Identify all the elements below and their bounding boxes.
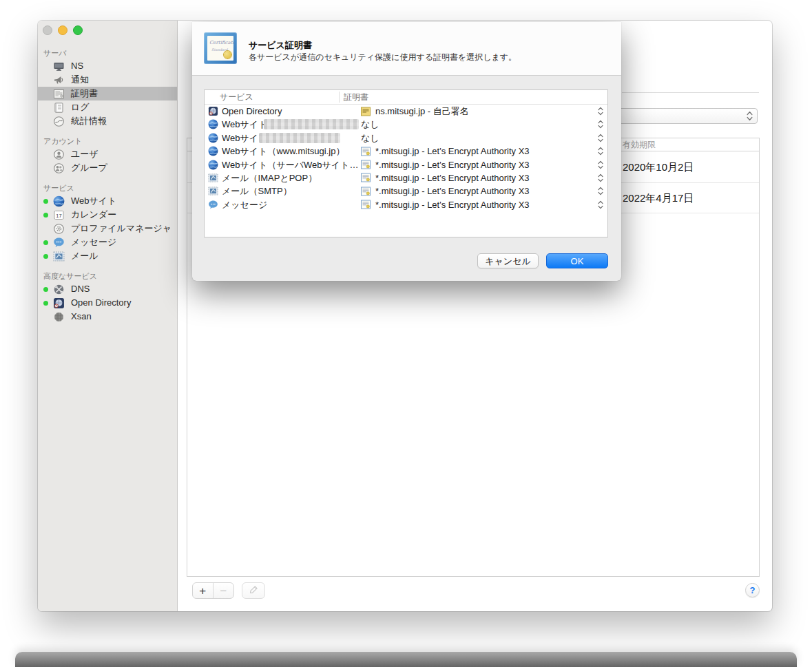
table-row[interactable]: Open Directory ns.mitsugi.jp - 自己署名	[205, 105, 607, 118]
sidebar-item-websites[interactable]: Webサイト	[38, 194, 177, 208]
status-dot	[43, 213, 48, 218]
service-certificates-sheet: Certificate Standard サービス証明書 各サービスが通信のセキ…	[192, 22, 621, 281]
service-name: メッセージ	[222, 198, 267, 211]
certificate-name: *.mitsugi.jp - Let's Encrypt Authority X…	[375, 145, 530, 158]
service-certificate-table-header: サービス 証明書	[205, 90, 607, 105]
sidebar-item-mail[interactable]: メール	[38, 249, 177, 263]
table-row[interactable]: メール（IMAPとPOP） *.mitsugi.jp - Let's Encry…	[205, 171, 607, 184]
sidebar-item-profile-manager[interactable]: プロファイルマネージャ	[38, 222, 177, 235]
chevron-up-down-icon[interactable]	[598, 160, 603, 169]
globe-icon	[208, 146, 218, 156]
chevron-up-down-icon[interactable]	[598, 147, 603, 156]
seal-icon	[224, 51, 231, 59]
calendar-icon: 17	[53, 209, 65, 221]
sidebar-item-groups[interactable]: グループ	[38, 161, 177, 175]
sidebar-section-advanced: 高度なサービス DNS Open Directory Xsan	[38, 270, 177, 324]
sidebar-item-open-directory[interactable]: Open Directory	[38, 296, 177, 310]
sidebar-item-alerts[interactable]: 通知	[38, 73, 177, 87]
user-icon	[53, 149, 65, 160]
sidebar-item-ns[interactable]: NS	[38, 59, 177, 73]
sidebar-item-logs[interactable]: ログ	[38, 100, 177, 114]
sidebar-item-calendar[interactable]: 17 カレンダー	[38, 208, 177, 222]
certificate-badge-icon: Certificate Standard	[204, 32, 237, 64]
log-icon	[53, 102, 65, 114]
sidebar-item-label: 証明書	[71, 88, 98, 98]
help-button[interactable]: ?	[745, 583, 760, 597]
redacted-text	[264, 119, 359, 129]
cancel-button[interactable]: キャンセル	[477, 253, 539, 268]
certificate-expiry: 2020年10月2日	[623, 151, 694, 183]
sidebar-item-label: メッセージ	[71, 237, 116, 247]
svg-text:17: 17	[56, 213, 61, 219]
sidebar-item-certificates[interactable]: 証明書	[38, 87, 177, 100]
table-row[interactable]: Webサイト なし	[205, 131, 607, 145]
sidebar-item-dns[interactable]: DNS	[38, 282, 177, 296]
sidebar-section-services: サービス Webサイト 17 カレンダー プロファイルマネージャ メッセージ	[38, 182, 177, 263]
chevron-up-down-icon[interactable]	[598, 200, 603, 209]
service-column-header[interactable]: サービス	[220, 90, 253, 105]
service-name: Webサイト（サーバWebサイト…	[222, 158, 358, 171]
remove-certificate-button[interactable]: −	[214, 583, 234, 598]
chevron-up-down-icon	[747, 111, 753, 121]
status-dot	[43, 240, 48, 245]
sidebar-item-label: Webサイト	[71, 195, 116, 206]
edit-certificate-button[interactable]	[242, 582, 265, 599]
sheet-buttons: キャンセル OK	[192, 253, 621, 268]
sidebar-section-title: サーバ	[38, 47, 177, 59]
column-divider	[339, 92, 340, 103]
close-window-button[interactable]	[43, 25, 52, 35]
certificate-name: ns.mitsugi.jp - 自己署名	[375, 105, 469, 118]
sidebar-item-users[interactable]: ユーザ	[38, 147, 177, 161]
sidebar-item-label: Xsan	[71, 311, 92, 321]
chevron-up-down-icon[interactable]	[598, 107, 603, 116]
sidebar-item-label: NS	[71, 61, 83, 71]
service-name: Open Directory	[222, 105, 282, 118]
table-row[interactable]: メッセージ *.mitsugi.jp - Let's Encrypt Autho…	[205, 198, 607, 211]
certificate-name: なし	[361, 118, 379, 131]
globe-icon	[208, 160, 218, 170]
sidebar-item-label: メール	[71, 251, 98, 261]
certificate-column-header[interactable]: 証明書	[344, 90, 368, 105]
lets-encrypt-certificate-icon	[361, 187, 371, 196]
content-divider	[622, 92, 759, 93]
sidebar-item-stats[interactable]: 統計情報	[38, 114, 177, 128]
certificate-name: *.mitsugi.jp - Let's Encrypt Authority X…	[375, 158, 530, 171]
globe-icon	[53, 195, 65, 207]
minimize-window-button[interactable]	[58, 25, 67, 35]
certificate-expiry: 2022年4月17日	[623, 183, 694, 213]
certificate-source-dropdown[interactable]	[612, 108, 758, 124]
table-row[interactable]: Webサイト（サーバWebサイト… *.mitsugi.jp - Let's E…	[205, 158, 607, 171]
profile-manager-icon	[53, 223, 65, 235]
status-dot	[43, 199, 48, 204]
chevron-up-down-icon[interactable]	[598, 120, 603, 129]
traffic-lights	[43, 25, 83, 35]
display-icon	[53, 61, 65, 72]
service-name: メール（IMAPとPOP）	[222, 171, 317, 184]
sidebar: サーバ NS 通知 証明書 ログ 統計情報 アカウント	[38, 21, 178, 611]
service-name: Webサイト（www.mitsugi.jp）	[222, 145, 344, 158]
chevron-up-down-icon[interactable]	[598, 187, 603, 195]
service-name: メール（SMTP）	[222, 184, 292, 198]
sidebar-section-title: アカウント	[38, 135, 177, 147]
sheet-header: Certificate Standard サービス証明書 各サービスが通信のセキ…	[192, 22, 621, 76]
certificate-icon	[53, 88, 65, 100]
ok-button[interactable]: OK	[546, 253, 608, 268]
plus-icon: +	[199, 585, 206, 597]
expiry-column-header[interactable]: 有効期限	[623, 138, 656, 151]
chevron-up-down-icon[interactable]	[598, 134, 603, 142]
table-row[interactable]: メール（SMTP） *.mitsugi.jp - Let's Encrypt A…	[205, 184, 607, 198]
chevron-up-down-icon[interactable]	[598, 173, 603, 182]
sidebar-item-xsan[interactable]: Xsan	[38, 310, 177, 324]
table-row[interactable]: Webサイト（www.mitsugi.jp） *.mitsugi.jp - Le…	[205, 145, 607, 158]
mail-icon	[53, 251, 65, 262]
service-certificate-table: サービス 証明書 Open Directory ns.mitsugi.jp - …	[204, 89, 608, 237]
lets-encrypt-certificate-icon	[361, 200, 371, 209]
table-row[interactable]: Webサイト なし	[205, 118, 607, 131]
sidebar-item-label: カレンダー	[71, 209, 116, 220]
add-certificate-button[interactable]: +	[193, 583, 214, 598]
sidebar-item-messages[interactable]: メッセージ	[38, 235, 177, 249]
pencil-icon	[249, 584, 258, 597]
status-dot	[43, 287, 48, 292]
certificate-name: *.mitsugi.jp - Let's Encrypt Authority X…	[375, 171, 530, 184]
zoom-window-button[interactable]	[73, 25, 83, 35]
